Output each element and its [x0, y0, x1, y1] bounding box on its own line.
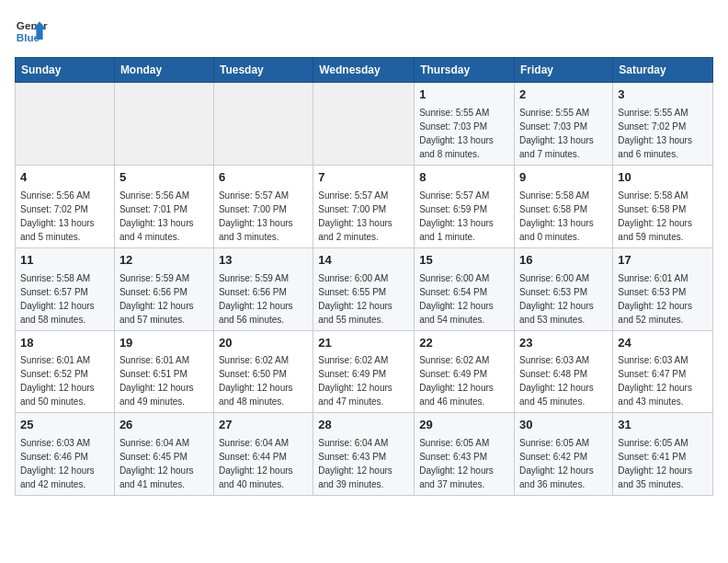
- calendar-week-row: 25Sunrise: 6:03 AM Sunset: 6:46 PM Dayli…: [16, 413, 713, 496]
- day-number: 5: [119, 169, 209, 187]
- cell-info: Sunrise: 5:59 AM Sunset: 6:56 PM Dayligh…: [219, 271, 308, 327]
- cell-info: Sunrise: 5:58 AM Sunset: 6:57 PM Dayligh…: [20, 271, 109, 327]
- day-number: 6: [219, 169, 308, 187]
- calendar-cell: 12Sunrise: 5:59 AM Sunset: 6:56 PM Dayli…: [114, 247, 213, 330]
- calendar-cell: 26Sunrise: 6:04 AM Sunset: 6:45 PM Dayli…: [114, 413, 213, 496]
- cell-info: Sunrise: 6:03 AM Sunset: 6:48 PM Dayligh…: [519, 353, 608, 408]
- day-number: 27: [219, 417, 308, 434]
- calendar-cell: 25Sunrise: 6:03 AM Sunset: 6:46 PM Dayli…: [16, 413, 115, 496]
- weekday-header: Wednesday: [313, 58, 415, 83]
- cell-info: Sunrise: 5:58 AM Sunset: 6:58 PM Dayligh…: [519, 189, 608, 244]
- cell-info: Sunrise: 6:01 AM Sunset: 6:53 PM Dayligh…: [618, 271, 708, 327]
- calendar-cell: 31Sunrise: 6:05 AM Sunset: 6:41 PM Dayli…: [613, 413, 713, 496]
- cell-info: Sunrise: 5:55 AM Sunset: 7:02 PM Dayligh…: [618, 106, 708, 161]
- cell-info: Sunrise: 6:04 AM Sunset: 6:44 PM Dayligh…: [219, 436, 308, 491]
- day-number: 25: [20, 417, 109, 434]
- calendar-cell: 24Sunrise: 6:03 AM Sunset: 6:47 PM Dayli…: [613, 330, 713, 413]
- calendar-cell: 14Sunrise: 6:00 AM Sunset: 6:55 PM Dayli…: [313, 247, 415, 330]
- calendar-cell: 28Sunrise: 6:04 AM Sunset: 6:43 PM Dayli…: [313, 413, 415, 496]
- day-number: 31: [618, 417, 708, 434]
- cell-info: Sunrise: 5:56 AM Sunset: 7:02 PM Dayligh…: [20, 189, 109, 244]
- day-number: 21: [318, 335, 409, 352]
- cell-info: Sunrise: 6:02 AM Sunset: 6:50 PM Dayligh…: [219, 353, 308, 408]
- cell-info: Sunrise: 5:57 AM Sunset: 7:00 PM Dayligh…: [219, 189, 308, 244]
- calendar-cell: 18Sunrise: 6:01 AM Sunset: 6:52 PM Dayli…: [16, 330, 115, 413]
- calendar-cell: 17Sunrise: 6:01 AM Sunset: 6:53 PM Dayli…: [613, 247, 713, 330]
- cell-info: Sunrise: 6:02 AM Sunset: 6:49 PM Dayligh…: [318, 353, 409, 408]
- calendar-cell: [16, 83, 115, 166]
- calendar-week-row: 1Sunrise: 5:55 AM Sunset: 7:03 PM Daylig…: [16, 83, 713, 166]
- day-number: 12: [119, 252, 209, 270]
- page-header: General Blue: [15, 15, 713, 48]
- calendar-cell: 11Sunrise: 5:58 AM Sunset: 6:57 PM Dayli…: [16, 247, 115, 330]
- calendar-cell: 27Sunrise: 6:04 AM Sunset: 6:44 PM Dayli…: [213, 413, 313, 496]
- day-number: 11: [20, 252, 109, 270]
- logo-icon: General Blue: [15, 15, 48, 48]
- day-number: 17: [618, 252, 708, 270]
- cell-info: Sunrise: 6:00 AM Sunset: 6:53 PM Dayligh…: [519, 271, 608, 327]
- cell-info: Sunrise: 5:55 AM Sunset: 7:03 PM Dayligh…: [419, 106, 509, 161]
- cell-info: Sunrise: 5:57 AM Sunset: 6:59 PM Dayligh…: [419, 189, 509, 244]
- day-number: 26: [119, 417, 209, 434]
- calendar-table: SundayMondayTuesdayWednesdayThursdayFrid…: [15, 57, 713, 496]
- cell-info: Sunrise: 6:05 AM Sunset: 6:41 PM Dayligh…: [618, 436, 708, 491]
- day-number: 29: [419, 417, 509, 434]
- calendar-cell: 9Sunrise: 5:58 AM Sunset: 6:58 PM Daylig…: [515, 165, 613, 247]
- calendar-cell: 19Sunrise: 6:01 AM Sunset: 6:51 PM Dayli…: [114, 330, 213, 413]
- cell-info: Sunrise: 6:01 AM Sunset: 6:51 PM Dayligh…: [119, 353, 209, 408]
- calendar-header: SundayMondayTuesdayWednesdayThursdayFrid…: [16, 58, 713, 83]
- calendar-cell: 6Sunrise: 5:57 AM Sunset: 7:00 PM Daylig…: [213, 165, 313, 247]
- day-number: 22: [419, 335, 509, 352]
- day-number: 7: [318, 169, 409, 187]
- day-number: 28: [318, 417, 409, 434]
- day-number: 23: [519, 335, 608, 352]
- header-row: SundayMondayTuesdayWednesdayThursdayFrid…: [16, 58, 713, 83]
- day-number: 30: [519, 417, 608, 434]
- calendar-cell: 30Sunrise: 6:05 AM Sunset: 6:42 PM Dayli…: [515, 413, 613, 496]
- day-number: 3: [618, 86, 708, 104]
- day-number: 16: [519, 252, 608, 270]
- calendar-week-row: 18Sunrise: 6:01 AM Sunset: 6:52 PM Dayli…: [16, 330, 713, 413]
- day-number: 10: [618, 169, 708, 187]
- cell-info: Sunrise: 6:03 AM Sunset: 6:46 PM Dayligh…: [20, 436, 109, 491]
- calendar-cell: 20Sunrise: 6:02 AM Sunset: 6:50 PM Dayli…: [213, 330, 313, 413]
- cell-info: Sunrise: 6:03 AM Sunset: 6:47 PM Dayligh…: [618, 353, 708, 408]
- cell-info: Sunrise: 5:58 AM Sunset: 6:58 PM Dayligh…: [618, 189, 708, 244]
- calendar-cell: [114, 83, 213, 166]
- logo: General Blue: [15, 15, 48, 48]
- calendar-cell: 13Sunrise: 5:59 AM Sunset: 6:56 PM Dayli…: [213, 247, 313, 330]
- calendar-cell: [213, 83, 313, 166]
- calendar-cell: 10Sunrise: 5:58 AM Sunset: 6:58 PM Dayli…: [613, 165, 713, 247]
- cell-info: Sunrise: 6:04 AM Sunset: 6:45 PM Dayligh…: [119, 436, 209, 491]
- cell-info: Sunrise: 6:01 AM Sunset: 6:52 PM Dayligh…: [20, 353, 109, 408]
- cell-info: Sunrise: 5:56 AM Sunset: 7:01 PM Dayligh…: [119, 189, 209, 244]
- day-number: 14: [318, 252, 409, 270]
- cell-info: Sunrise: 5:59 AM Sunset: 6:56 PM Dayligh…: [119, 271, 209, 327]
- calendar-cell: 16Sunrise: 6:00 AM Sunset: 6:53 PM Dayli…: [515, 247, 613, 330]
- calendar-cell: 21Sunrise: 6:02 AM Sunset: 6:49 PM Dayli…: [313, 330, 415, 413]
- cell-info: Sunrise: 6:00 AM Sunset: 6:55 PM Dayligh…: [318, 271, 409, 327]
- cell-info: Sunrise: 6:05 AM Sunset: 6:42 PM Dayligh…: [519, 436, 608, 491]
- day-number: 13: [219, 252, 308, 270]
- calendar-week-row: 4Sunrise: 5:56 AM Sunset: 7:02 PM Daylig…: [16, 165, 713, 247]
- calendar-week-row: 11Sunrise: 5:58 AM Sunset: 6:57 PM Dayli…: [16, 247, 713, 330]
- calendar-cell: 15Sunrise: 6:00 AM Sunset: 6:54 PM Dayli…: [415, 247, 515, 330]
- cell-info: Sunrise: 5:55 AM Sunset: 7:03 PM Dayligh…: [519, 106, 608, 161]
- cell-info: Sunrise: 6:02 AM Sunset: 6:49 PM Dayligh…: [419, 353, 509, 408]
- day-number: 1: [419, 86, 509, 104]
- cell-info: Sunrise: 6:04 AM Sunset: 6:43 PM Dayligh…: [318, 436, 409, 491]
- calendar-cell: 23Sunrise: 6:03 AM Sunset: 6:48 PM Dayli…: [515, 330, 613, 413]
- day-number: 20: [219, 335, 308, 352]
- calendar-cell: 3Sunrise: 5:55 AM Sunset: 7:02 PM Daylig…: [613, 83, 713, 166]
- day-number: 24: [618, 335, 708, 352]
- day-number: 8: [419, 169, 509, 187]
- day-number: 19: [119, 335, 209, 352]
- weekday-header: Friday: [515, 58, 613, 83]
- calendar-cell: [313, 83, 415, 166]
- weekday-header: Thursday: [415, 58, 515, 83]
- calendar-cell: 7Sunrise: 5:57 AM Sunset: 7:00 PM Daylig…: [313, 165, 415, 247]
- cell-info: Sunrise: 6:00 AM Sunset: 6:54 PM Dayligh…: [419, 271, 509, 327]
- calendar-cell: 2Sunrise: 5:55 AM Sunset: 7:03 PM Daylig…: [515, 83, 613, 166]
- calendar-cell: 1Sunrise: 5:55 AM Sunset: 7:03 PM Daylig…: [415, 83, 515, 166]
- cell-info: Sunrise: 6:05 AM Sunset: 6:43 PM Dayligh…: [419, 436, 509, 491]
